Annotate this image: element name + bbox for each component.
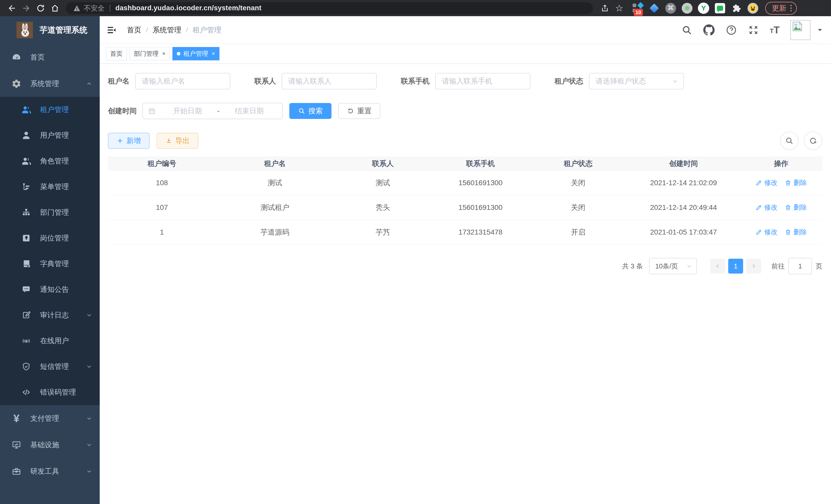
broadcast-user-icon [21, 336, 31, 346]
user-icon [21, 130, 31, 141]
sidebar-item-dict[interactable]: 字典管理 [0, 251, 100, 277]
delete-link[interactable]: 删除 [785, 228, 807, 237]
date-range-picker[interactable]: 开始日期 - 结束日期 [142, 103, 283, 119]
edit-link[interactable]: 修改 [755, 178, 778, 187]
user-avatar[interactable] [791, 20, 823, 40]
browser-menu-icon[interactable] [791, 5, 792, 11]
show-search-icon[interactable] [780, 131, 799, 150]
start-date-placeholder[interactable]: 开始日期 [160, 106, 215, 116]
sidebar-item-tenant[interactable]: 租户管理 [0, 97, 100, 122]
add-button[interactable]: 新增 [108, 133, 149, 149]
address-bar[interactable]: 不安全 dashboard.yudao.iocoder.cn/system/te… [66, 2, 593, 14]
sidebar-logo[interactable]: 芋道管理系统 [0, 16, 100, 44]
font-size-icon[interactable]: TT [770, 25, 780, 35]
edit-link-label: 修改 [764, 203, 778, 212]
org-chart-icon [21, 207, 31, 217]
sidebar-item-pay[interactable]: ¥ 支付管理 [0, 405, 100, 432]
extension-record-icon[interactable] [682, 3, 693, 14]
back-icon[interactable] [6, 2, 18, 14]
extension-chat-icon[interactable] [714, 3, 726, 14]
cell-actions: 修改 删除 [740, 178, 822, 187]
sidebar-item-notice[interactable]: 通知公告 [0, 277, 100, 302]
tab-close-icon[interactable]: × [162, 51, 166, 57]
refresh-table-icon[interactable] [804, 131, 822, 150]
mobile-input[interactable] [435, 73, 531, 89]
browser-actions: ☆ [598, 2, 627, 14]
extensions-puzzle-icon[interactable] [731, 3, 742, 14]
home-icon[interactable] [49, 2, 61, 14]
sidebar: 芋道管理系统 首页 系统管理 [0, 16, 100, 504]
next-page-button[interactable] [746, 259, 761, 274]
extension-grid-icon[interactable]: 10 [632, 3, 643, 14]
sidebar-item-post[interactable]: 岗位管理 [0, 225, 100, 251]
reset-button[interactable]: 重置 [338, 103, 380, 119]
chrome-update-button[interactable]: 更新 [765, 2, 797, 14]
sidebar-item-label: 岗位管理 [40, 233, 69, 243]
extension-command-icon[interactable]: ⌘ [665, 3, 676, 14]
search-button[interactable]: 搜索 [289, 103, 332, 119]
sidebar-item-label: 首页 [30, 52, 45, 62]
sidebar-item-label: 支付管理 [30, 414, 59, 423]
delete-link[interactable]: 删除 [785, 178, 807, 187]
tab-close-icon[interactable]: × [212, 51, 215, 57]
sidebar-item-dev-tools[interactable]: 研发工具 [0, 458, 100, 484]
refresh-icon [347, 108, 354, 115]
tab-label: 租户管理 [183, 50, 208, 58]
cell-status: 关闭 [529, 203, 627, 212]
extension-kite-icon[interactable] [649, 3, 660, 14]
breadcrumb-separator: / [186, 26, 188, 34]
sidebar-item-menu-mgmt[interactable]: 菜单管理 [0, 174, 100, 200]
search-icon[interactable] [682, 25, 692, 35]
goto-page-input[interactable] [789, 258, 812, 274]
delete-link[interactable]: 删除 [785, 203, 807, 212]
sidebar-item-online-users[interactable]: 在线用户 [0, 328, 100, 354]
sidebar-item-infra[interactable]: 基础设施 [0, 432, 100, 458]
share-icon[interactable] [599, 2, 611, 14]
caret-down-icon[interactable] [816, 27, 823, 33]
tab-dept[interactable]: 部门管理 × [130, 47, 170, 60]
forward-icon[interactable] [20, 2, 32, 14]
reload-icon[interactable] [34, 2, 47, 14]
security-label[interactable]: 不安全 [84, 4, 105, 13]
page-number-button[interactable]: 1 [728, 259, 743, 274]
export-button[interactable]: 导出 [157, 133, 198, 149]
extension-y-icon[interactable]: Y [698, 3, 709, 14]
sidebar-collapse-icon[interactable] [106, 24, 117, 36]
page-size-select[interactable]: 10条/页 [649, 258, 697, 274]
end-date-placeholder[interactable]: 结束日期 [222, 106, 277, 116]
bookmark-star-icon[interactable]: ☆ [613, 2, 625, 14]
sidebar-item-dept[interactable]: 部门管理 [0, 200, 100, 225]
sidebar-item-audit-log[interactable]: 审计日志 [0, 302, 100, 328]
github-icon[interactable] [703, 24, 715, 36]
cell-status: 开启 [529, 227, 627, 237]
help-icon[interactable] [726, 24, 737, 36]
fullscreen-icon[interactable] [748, 24, 759, 36]
sidebar-item-role[interactable]: 角色管理 [0, 148, 100, 174]
edit-link[interactable]: 修改 [755, 228, 778, 237]
tab-tenant[interactable]: 租户管理 × [172, 47, 220, 60]
delete-link-label: 删除 [794, 178, 807, 187]
breadcrumb-home[interactable]: 首页 [127, 25, 141, 35]
header-actions: TT [682, 20, 823, 40]
profile-avatar-icon[interactable] [747, 3, 758, 14]
tab-home[interactable]: 首页 [106, 47, 127, 60]
sidebar-item-home[interactable]: 首页 [0, 44, 100, 70]
sidebar-item-sms[interactable]: 短信管理 [0, 354, 100, 379]
contact-input[interactable] [282, 73, 377, 89]
sidebar-item-label: 部门管理 [40, 208, 69, 217]
sidebar-item-error-code[interactable]: 错误码管理 [0, 379, 100, 405]
edit-link[interactable]: 修改 [755, 203, 778, 212]
cell-tenant-name: 芋道源码 [216, 227, 334, 237]
tenant-name-input[interactable] [135, 73, 230, 89]
prev-page-button[interactable] [710, 259, 725, 274]
sidebar-item-user[interactable]: 用户管理 [0, 122, 100, 148]
extensions-row: 10 ⌘ Y [632, 3, 758, 14]
breadcrumb-current: 租户管理 [193, 25, 222, 35]
not-secure-warning-icon[interactable] [73, 4, 81, 12]
update-label: 更新 [772, 3, 786, 13]
sidebar-item-label: 审计日志 [40, 310, 69, 320]
url-text[interactable]: dashboard.yudao.iocoder.cn/system/tenant [115, 4, 262, 12]
sidebar-item-system[interactable]: 系统管理 [0, 70, 100, 97]
breadcrumb-system[interactable]: 系统管理 [153, 25, 181, 35]
status-select[interactable]: 请选择租户状态 [589, 73, 684, 89]
